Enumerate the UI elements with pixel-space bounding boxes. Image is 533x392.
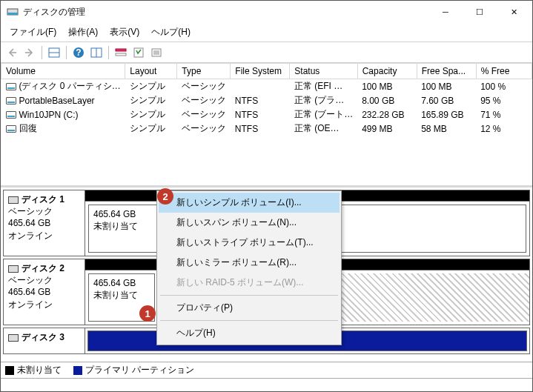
- menu-item-properties[interactable]: プロパティ(P): [159, 298, 340, 318]
- volume-header-row[interactable]: Volume Layout Type File System Status Ca…: [1, 64, 532, 79]
- forward-button[interactable]: [21, 44, 38, 61]
- partition-size: 465.64 GB: [93, 209, 136, 219]
- col-type[interactable]: Type: [177, 64, 231, 79]
- col-pct[interactable]: % Free: [476, 64, 532, 79]
- menu-item-new-raid5-volume: 新しい RAID-5 ボリューム(W)...: [159, 273, 340, 293]
- disk-size: 465.64 GB: [8, 218, 50, 228]
- col-status[interactable]: Status: [290, 64, 357, 79]
- table-row[interactable]: Win10JPN (C:)シンプルベーシックNTFS正常 (ブート…232.28…: [1, 107, 532, 122]
- svg-text:?: ?: [76, 47, 81, 58]
- context-menu: 新しいシンプル ボリューム(I)... 新しいスパン ボリューム(N)... 新…: [156, 190, 342, 345]
- table-row[interactable]: PortableBaseLayerシンプルベーシックNTFS正常 (プラ…8.0…: [1, 93, 532, 107]
- disk-icon: [8, 265, 19, 273]
- title-bar: ディスクの管理 ─ ☐ ✕: [1, 1, 532, 23]
- col-capacity[interactable]: Capacity: [357, 64, 417, 79]
- minimize-button[interactable]: ─: [428, 1, 463, 23]
- disk-header: ディスク 3: [4, 328, 85, 353]
- legend: 未割り当て プライマリ パーティション: [1, 362, 532, 378]
- disk-icon: [8, 334, 19, 342]
- table-row[interactable]: (ディスク 0 パーティシ…シンプルベーシック正常 (EFI …100 MB10…: [1, 79, 532, 94]
- volume-icon: [6, 97, 16, 104]
- menu-item-new-simple-volume[interactable]: 新しいシンプル ボリューム(I)...: [159, 193, 340, 213]
- toolbar: ?: [1, 42, 532, 63]
- menu-file[interactable]: ファイル(F): [4, 24, 62, 40]
- volume-list-pane: Volume Layout Type File System Status Ca…: [1, 63, 532, 187]
- annotation-badge-1: 1: [139, 305, 156, 322]
- menu-separator: [160, 320, 338, 321]
- menu-item-new-mirror-volume[interactable]: 新しいミラー ボリューム(R)...: [159, 253, 340, 273]
- volume-table[interactable]: Volume Layout Type File System Status Ca…: [1, 63, 532, 136]
- menu-help[interactable]: ヘルプ(H): [145, 24, 196, 40]
- app-icon: [7, 6, 19, 18]
- menu-item-new-spanned-volume[interactable]: 新しいスパン ボリューム(N)...: [159, 213, 340, 233]
- disk-graphical-pane: ディスク 1 ベーシック 465.64 GB オンライン 465.64 GB 未…: [1, 187, 532, 362]
- disk-header: ディスク 1 ベーシック 465.64 GB オンライン: [4, 190, 85, 256]
- settings-button[interactable]: [130, 44, 147, 61]
- status-bar: [1, 378, 532, 391]
- help-button[interactable]: ?: [70, 44, 87, 61]
- disk-name: ディスク 2: [21, 263, 64, 273]
- partition-state: 未割り当て: [93, 290, 138, 300]
- disk-status: オンライン: [8, 230, 53, 241]
- window-title: ディスクの管理: [23, 6, 428, 19]
- properties-button[interactable]: [148, 44, 165, 61]
- menu-action[interactable]: 操作(A): [62, 24, 104, 40]
- col-layout[interactable]: Layout: [125, 64, 177, 79]
- table-row[interactable]: 回復シンプルベーシックNTFS正常 (OE…499 MB58 MB12 %: [1, 122, 532, 136]
- close-button[interactable]: ✕: [497, 1, 531, 23]
- disk-name: ディスク 3: [21, 332, 64, 342]
- col-volume[interactable]: Volume: [1, 64, 125, 79]
- svg-rect-9: [116, 53, 126, 56]
- col-fs[interactable]: File System: [231, 64, 290, 79]
- disk-type: ベーシック: [8, 206, 53, 216]
- legend-label: プライマリ パーティション: [85, 365, 194, 375]
- disk-size: 465.64 GB: [8, 287, 50, 297]
- partition-size: 465.64 GB: [93, 278, 136, 288]
- menu-view[interactable]: 表示(V): [104, 24, 145, 40]
- back-button[interactable]: [4, 44, 20, 61]
- volume-icon: [6, 111, 16, 119]
- menu-item-new-striped-volume[interactable]: 新しいストライプ ボリューム(T)...: [159, 233, 340, 253]
- legend-label: 未割り当て: [17, 365, 62, 375]
- disk-type: ベーシック: [8, 275, 53, 285]
- volume-icon: [6, 83, 16, 90]
- svg-rect-8: [116, 49, 126, 51]
- menu-separator: [160, 295, 338, 296]
- legend-swatch-primary: [73, 366, 82, 375]
- view-list-button[interactable]: [113, 44, 129, 61]
- annotation-badge-2: 2: [157, 188, 173, 205]
- volume-icon: [6, 125, 16, 133]
- maximize-button[interactable]: ☐: [463, 1, 497, 23]
- view-panes-button[interactable]: [46, 44, 62, 61]
- disk-header: ディスク 2 ベーシック 465.64 GB オンライン: [4, 259, 85, 325]
- menu-bar: ファイル(F) 操作(A) 表示(V) ヘルプ(H): [1, 23, 532, 42]
- refresh-button[interactable]: [88, 44, 105, 61]
- legend-swatch-unallocated: [5, 366, 14, 375]
- menu-item-help[interactable]: ヘルプ(H): [159, 323, 340, 343]
- disk-status: オンライン: [8, 299, 53, 310]
- partition-state: 未割り当て: [93, 221, 138, 231]
- svg-rect-1: [7, 13, 18, 15]
- disk-name: ディスク 1: [21, 194, 64, 205]
- col-free[interactable]: Free Spa...: [417, 64, 476, 79]
- disk-icon: [8, 196, 19, 204]
